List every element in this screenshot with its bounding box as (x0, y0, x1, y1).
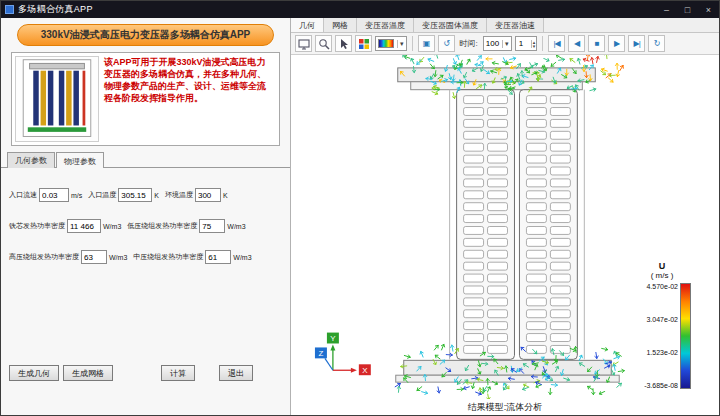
titlebar[interactable]: 多场耦合仿真APP – □ × (1, 1, 719, 18)
window-title: 多场耦合仿真APP (18, 3, 93, 16)
loop-button[interactable]: ↻ (648, 35, 665, 52)
field-lv-winding-heat-density: 低压绕组发热功率密度 W/m3 (127, 219, 245, 233)
chevron-down-icon: ▾ (502, 40, 509, 48)
toolbar-separator (412, 36, 413, 51)
inlet-temperature-input[interactable] (118, 188, 152, 202)
app-banner: 330kV油浸式高压电力变压器多场耦合仿真APP (17, 24, 274, 46)
app-icon (5, 5, 14, 14)
result-tabs: 几何 网格 变压器温度 变压器固体温度 变压器油速 (291, 18, 719, 33)
lv-winding-heat-density-input[interactable] (199, 219, 225, 233)
action-buttons: 生成几何 生成网格 计算 退出 (1, 365, 290, 381)
description-text: 该APP可用于开展330kV油浸式高压电力变压器的多场耦合仿真，并在多种几何、物… (99, 56, 276, 142)
first-frame-button[interactable]: |◀ (548, 35, 565, 52)
field-inlet-velocity: 入口流速 m/s (9, 188, 82, 202)
snapshot-icon[interactable] (295, 35, 312, 52)
frame-value: 1 (519, 39, 531, 48)
ambient-temperature-input[interactable] (195, 188, 221, 202)
transformer-thumbnail-drawing (16, 57, 98, 141)
inlet-velocity-unit: m/s (71, 192, 82, 199)
colorbar: U ( m/s ) 4.570e-02 3.047e-02 1.523e-02 … (633, 261, 691, 389)
colorbar-tick: 4.570e-02 (644, 283, 678, 290)
tab-physics-params[interactable]: 物理参数 (56, 152, 104, 168)
field-mv-winding-heat-density: 中压绕组发热功率密度 W/m3 (133, 250, 251, 264)
generate-geometry-button[interactable]: 生成几何 (9, 365, 59, 381)
last-frame-button[interactable]: ▶| (628, 35, 645, 52)
exit-button[interactable]: 退出 (219, 365, 253, 381)
close-button[interactable]: × (698, 1, 719, 18)
inlet-velocity-label: 入口流速 (9, 190, 37, 200)
transformer-thumbnail (15, 56, 99, 142)
stop-button[interactable]: ■ (588, 35, 605, 52)
minimize-button[interactable]: – (656, 1, 677, 18)
app-window: 多场耦合仿真APP – □ × 330kV油浸式高压电力变压器多场耦合仿真APP (0, 0, 720, 416)
physics-param-page: 入口流速 m/s 入口温度 K 环境温度 K (1, 167, 290, 365)
zoom-tool-icon[interactable] (315, 35, 332, 52)
mv-winding-heat-density-input[interactable] (205, 250, 231, 264)
tab-geometry[interactable]: 几何 (291, 18, 324, 32)
hv-winding-heat-density-label: 高压绕组发热功率密度 (9, 252, 79, 262)
zoom-percent-value: 100 (486, 39, 499, 48)
hv-winding-heat-density-input[interactable] (81, 250, 107, 264)
result-statusbar: 结果模型:流体分析 (291, 399, 719, 415)
tab-transformer-solid-temperature[interactable]: 变压器固体温度 (414, 18, 487, 32)
tab-transformer-temperature[interactable]: 变压器温度 (357, 18, 414, 32)
previous-frame-button[interactable]: ◀ (568, 35, 585, 52)
tab-transformer-oil-velocity[interactable]: 变压器油速 (487, 18, 544, 32)
lv-winding-heat-density-unit: W/m3 (227, 223, 245, 230)
colormap-swatch (378, 39, 394, 48)
inlet-temperature-unit: K (154, 192, 159, 199)
hv-winding-heat-density-unit: W/m3 (109, 254, 127, 261)
control-panel: 330kV油浸式高压电力变压器多场耦合仿真APP (1, 18, 291, 415)
tab-geometry-params[interactable]: 几何参数 (7, 152, 55, 168)
result-panel: 几何 网格 变压器温度 变压器固体温度 变压器油速 (291, 18, 719, 415)
time-label: 时间: (460, 38, 478, 49)
result-model-label: 结果模型:流体分析 (468, 401, 543, 414)
palette-icon[interactable] (355, 35, 372, 52)
core-heat-density-unit: W/m3 (103, 223, 121, 230)
field-ambient-temperature: 环境温度 K (165, 188, 228, 202)
inlet-temperature-label: 入口温度 (88, 190, 116, 200)
core-heat-density-label: 铁芯发热功率密度 (9, 221, 65, 231)
axis-x-label: X (362, 366, 368, 375)
play-button[interactable]: ▶ (608, 35, 625, 52)
toolbar-separator (542, 36, 543, 51)
colorbar-gradient (680, 283, 691, 389)
chevron-down-icon: ▾ (397, 40, 404, 48)
field-hv-winding-heat-density: 高压绕组发热功率密度 W/m3 (9, 250, 127, 264)
viewer-toolbar: ▾ ▣ ↺ 时间: 100 ▾ 1 ▴ ▾ |◀ (291, 33, 719, 55)
colormap-dropdown[interactable]: ▾ (375, 36, 407, 51)
fit-view-icon[interactable]: ▣ (418, 35, 435, 52)
axis-y-label: Y (330, 335, 336, 344)
axis-z-label: Z (318, 349, 323, 358)
frame-spinbox[interactable]: 1 ▴ ▾ (515, 36, 538, 51)
orientation-axes: Y X Z (315, 333, 371, 376)
pointer-icon[interactable] (335, 35, 352, 52)
lv-winding-heat-density-label: 低压绕组发热功率密度 (127, 221, 197, 231)
ambient-temperature-unit: K (223, 192, 228, 199)
inlet-velocity-input[interactable] (39, 188, 69, 202)
field-core-heat-density: 铁芯发热功率密度 W/m3 (9, 219, 121, 233)
reset-view-icon[interactable]: ↺ (438, 35, 455, 52)
mv-winding-heat-density-label: 中压绕组发热功率密度 (133, 252, 203, 262)
mv-winding-heat-density-unit: W/m3 (233, 254, 251, 261)
parameter-tabs: 几何参数 物理参数 (7, 151, 290, 167)
colorbar-tick: -3.685e-08 (644, 382, 678, 389)
ambient-temperature-label: 环境温度 (165, 190, 193, 200)
maximize-button[interactable]: □ (677, 1, 698, 18)
colorbar-tick: 3.047e-02 (644, 316, 678, 323)
colorbar-tick: 1.523e-02 (644, 349, 678, 356)
viewport-3d[interactable]: Y X Z U ( m/s ) (291, 55, 719, 399)
tab-mesh[interactable]: 网格 (324, 18, 357, 32)
compute-button[interactable]: 计算 (161, 365, 195, 381)
colorbar-unit: ( m/s ) (633, 271, 691, 280)
colorbar-title: U (633, 261, 691, 271)
description-box: 该APP可用于开展330kV油浸式高压电力变压器的多场耦合仿真，并在多种几何、物… (11, 52, 280, 146)
field-inlet-temperature: 入口温度 K (88, 188, 159, 202)
zoom-percent-combo[interactable]: 100 ▾ (483, 36, 512, 51)
core-heat-density-input[interactable] (67, 219, 101, 233)
spin-down-icon[interactable]: ▾ (533, 44, 536, 48)
generate-mesh-button[interactable]: 生成网格 (63, 365, 113, 381)
